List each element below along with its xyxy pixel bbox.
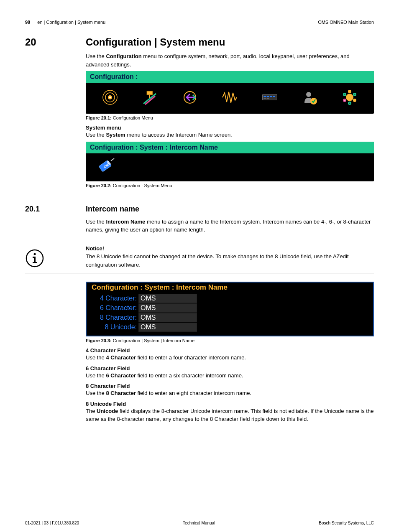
system-menu-desc: Use the System menu to access the Interc…: [86, 131, 374, 139]
desc-8char: Use the 8 Character field to enter an ei…: [86, 389, 374, 397]
network-icon: [141, 89, 159, 106]
svg-rect-16: [273, 96, 275, 97]
desc-8unicode: The Unicode field displays the 8-charact…: [86, 407, 374, 423]
svg-point-37: [34, 253, 36, 255]
svg-rect-12: [263, 95, 277, 100]
page-header: 98 en | Configuration | System menu OMS …: [25, 20, 374, 25]
intercom-row-6char: 6 Character: OMS: [90, 303, 370, 313]
screenshot-header: Configuration :: [86, 71, 374, 83]
svg-line-35: [111, 158, 114, 161]
screenshot-header-2: Configuration : System : Intercom Name: [86, 142, 374, 153]
footer-right: Bosch Security Systems, LLC: [319, 521, 374, 525]
svg-point-22: [348, 90, 351, 93]
notice-block: Notice! The 8 Unicode field cannot be ch…: [25, 241, 374, 274]
product-name: OMS OMNEO Main Station: [318, 20, 374, 25]
svg-text:+: +: [344, 93, 345, 96]
svg-rect-15: [270, 96, 272, 97]
svg-point-25: [353, 99, 356, 102]
svg-rect-14: [267, 96, 269, 97]
intercom-row-8unicode: 8 Unicode: OMS: [90, 323, 370, 332]
svg-rect-18: [267, 98, 269, 99]
figure-20-2-caption: Figure 20.2: Configuration : System Menu: [86, 183, 374, 188]
svg-point-21: [346, 94, 353, 101]
svg-rect-4: [147, 91, 153, 95]
subsection-number: 20.1: [25, 205, 86, 214]
intercom-row-8char: 8 Character: OMS: [90, 313, 370, 322]
svg-rect-40: [33, 262, 37, 263]
user-prefs-icon: [301, 89, 319, 106]
figure-20-3: Configuration : System : Intercom Name 4…: [86, 282, 374, 336]
section-title: Configuration | System menu: [86, 36, 374, 48]
figure-20-1: Configuration :: [86, 71, 374, 114]
svg-point-19: [306, 92, 311, 97]
heading-8unicode: 8 Unicode Field: [86, 401, 374, 407]
section-number: 20: [25, 36, 86, 48]
svg-rect-13: [263, 96, 266, 97]
system-icon: [101, 89, 119, 106]
screenshot-header-3: Configuration : System : Intercom Name: [90, 283, 229, 292]
page-footer: 01-2021 | 03 | F.01U.380.820 Technical M…: [25, 521, 374, 525]
advanced-icon: + + − +: [341, 89, 358, 106]
heading-8char: 8 Character Field: [86, 383, 374, 389]
svg-rect-17: [263, 98, 266, 99]
audio-icon: [221, 89, 238, 106]
figure-20-2: Configuration : System : Intercom Name O…: [86, 142, 374, 181]
heading-4char: 4 Character Field: [86, 347, 374, 354]
heading-6char: 6 Character Field: [86, 365, 374, 372]
footer-center: Technical Manual: [183, 521, 215, 525]
svg-rect-39: [33, 257, 36, 258]
section-intro: Use the Configuration menu to configure …: [86, 52, 374, 69]
figure-20-3-caption: Figure 20.3: Configuration | System | In…: [86, 338, 374, 343]
svg-text:+: +: [354, 93, 356, 96]
notice-body: The 8 Unicode field cannot be changed at…: [86, 252, 374, 269]
breadcrumb: en | Configuration | System menu: [37, 20, 105, 25]
keypanel-icon: [261, 89, 279, 106]
intercom-row-4char: 4 Character: OMS: [90, 294, 370, 303]
footer-left: 01-2021 | 03 | F.01U.380.820: [25, 521, 79, 525]
page-number: 98: [25, 20, 30, 25]
desc-4char: Use the 4 Character field to enter a fou…: [86, 354, 374, 362]
subsection-intro: Use the Intercom Name menu to assign a n…: [86, 218, 374, 234]
desc-6char: Use the 6 Character field to enter a six…: [86, 372, 374, 380]
notice-heading: Notice!: [86, 244, 374, 253]
svg-point-3: [109, 97, 111, 98]
svg-text:−: −: [344, 99, 345, 102]
figure-20-1-caption: Figure 20.1: Configuration Menu: [86, 115, 374, 120]
subsection-title: Intercom name: [86, 205, 374, 214]
port-icon: [181, 89, 199, 106]
info-icon: [25, 249, 44, 268]
svg-text:+: +: [349, 102, 350, 105]
system-menu-heading: System menu: [86, 125, 374, 131]
